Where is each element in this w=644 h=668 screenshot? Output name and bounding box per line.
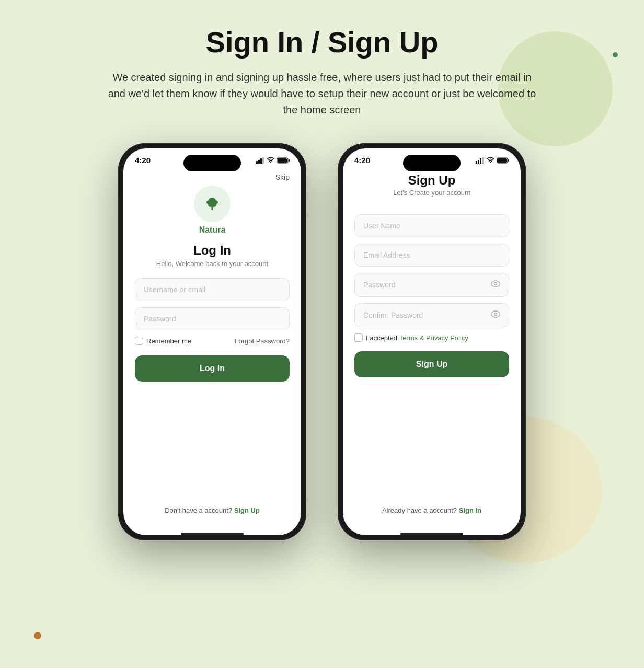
- login-footer: Don't have a account? Sign Up: [135, 505, 290, 515]
- signup-confirm-placeholder: Confirm Password: [363, 311, 423, 319]
- svg-rect-6: [289, 159, 290, 162]
- svg-rect-1: [258, 160, 260, 164]
- svg-point-21: [491, 281, 500, 287]
- svg-point-23: [491, 311, 500, 317]
- signup-footer: Already have a account? Sign In: [354, 505, 509, 515]
- login-title: Log In: [135, 243, 290, 258]
- svg-rect-19: [497, 158, 507, 163]
- signup-username-field[interactable]: User Name: [354, 214, 509, 237]
- login-content: Skip: [123, 168, 301, 527]
- login-footer-text: Don't have a account? Sign Up: [165, 506, 260, 514]
- remember-checkbox[interactable]: [135, 337, 143, 345]
- terms-checkbox[interactable]: [354, 333, 363, 342]
- svg-rect-15: [478, 160, 479, 164]
- signup-password-field[interactable]: Password: [354, 273, 509, 297]
- login-status-icons: [256, 157, 290, 164]
- signup-password-placeholder: Password: [363, 281, 395, 289]
- svg-rect-16: [480, 158, 481, 164]
- login-password-placeholder: Password: [144, 315, 176, 323]
- svg-rect-13: [212, 206, 213, 210]
- svg-point-22: [494, 283, 497, 285]
- bg-dot-bottom-left: [34, 632, 41, 639]
- login-subtitle: Hello, Welcome back to your account: [135, 260, 290, 268]
- forgot-password-link[interactable]: Forgot Password?: [235, 337, 290, 345]
- natura-logo-icon: [202, 193, 223, 214]
- terms-row: I accepted Terms & Privacy Policy: [354, 333, 509, 342]
- signup-confirm-field[interactable]: Confirm Password: [354, 303, 509, 327]
- svg-rect-20: [508, 159, 509, 162]
- signal-icon-2: [476, 157, 484, 164]
- terms-text: I accepted Terms & Privacy Policy: [366, 334, 468, 342]
- signup-phone-frame: 4:20: [338, 143, 526, 540]
- signup-title: Sign Up: [354, 173, 509, 188]
- phones-row: 4:20: [118, 143, 526, 540]
- password-eye-icon[interactable]: [491, 280, 500, 290]
- login-home-indicator: [181, 533, 244, 535]
- battery-icon: [277, 157, 290, 164]
- login-status-time: 4:20: [135, 156, 151, 165]
- signup-email-field[interactable]: Email Address: [354, 244, 509, 267]
- svg-rect-0: [256, 161, 258, 164]
- signup-dynamic-island: [403, 155, 461, 171]
- signup-username-placeholder: User Name: [363, 222, 400, 230]
- login-phone-screen: 4:20: [123, 148, 301, 535]
- svg-point-24: [494, 313, 497, 316]
- eye-svg: [491, 280, 500, 287]
- confirm-eye-svg: [491, 310, 500, 318]
- login-signup-link[interactable]: Sign Up: [234, 506, 260, 514]
- signup-content: Sign Up Let's Create your account User N…: [343, 168, 521, 527]
- logo-container: Natura: [135, 186, 290, 235]
- signup-status-icons: [476, 157, 509, 164]
- signup-button[interactable]: Sign Up: [354, 351, 509, 377]
- app-name: Natura: [199, 225, 226, 235]
- signal-icon: [256, 157, 264, 164]
- page-content: Sign In / Sign Up We created signing in …: [0, 0, 644, 540]
- signup-home-indicator: [400, 533, 463, 535]
- terms-link[interactable]: Terms & Privacy Policy: [399, 334, 468, 342]
- login-dynamic-island: [183, 155, 241, 171]
- svg-rect-5: [278, 158, 287, 163]
- svg-rect-17: [482, 157, 484, 164]
- signup-status-time: 4:20: [354, 156, 370, 165]
- signup-footer-text: Already have a account? Sign In: [382, 506, 481, 514]
- signup-phone-screen: 4:20: [343, 148, 521, 535]
- svg-rect-14: [476, 161, 477, 164]
- remember-label: Remember me: [146, 337, 191, 345]
- remember-row: Remember me Forgot Password?: [135, 337, 290, 345]
- logo-circle: [194, 186, 231, 222]
- skip-link[interactable]: Skip: [135, 173, 290, 181]
- wifi-icon-2: [487, 157, 494, 164]
- remember-left: Remember me: [135, 337, 191, 345]
- signup-signin-link[interactable]: Sign In: [459, 506, 481, 514]
- svg-rect-2: [260, 158, 262, 164]
- confirm-eye-icon[interactable]: [491, 310, 500, 320]
- svg-rect-3: [262, 157, 264, 164]
- wifi-icon: [267, 157, 274, 164]
- login-button[interactable]: Log In: [135, 355, 290, 382]
- signup-email-placeholder: Email Address: [363, 251, 410, 259]
- login-username-field[interactable]: Username or email: [135, 278, 290, 301]
- login-phone-frame: 4:20: [118, 143, 306, 540]
- login-password-field[interactable]: Password: [135, 307, 290, 330]
- signup-subtitle: Let's Create your account: [354, 189, 509, 197]
- page-subtitle: We created signing in and signing up has…: [108, 70, 536, 118]
- page-title: Sign In / Sign Up: [206, 25, 439, 59]
- battery-icon-2: [497, 157, 509, 164]
- login-username-placeholder: Username or email: [144, 285, 205, 294]
